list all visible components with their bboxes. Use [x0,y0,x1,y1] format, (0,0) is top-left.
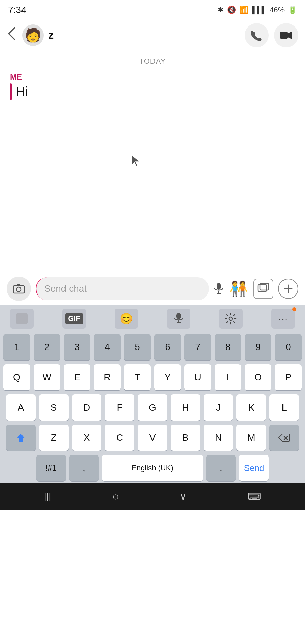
key-j[interactable]: J [204,394,233,421]
key-e[interactable]: E [64,364,91,390]
camera-button[interactable] [7,277,31,301]
nav-home-button[interactable]: ○ [112,490,119,503]
svg-rect-12 [16,313,28,324]
plus-button[interactable] [278,279,298,299]
key-t[interactable]: T [124,364,151,390]
chat-toolbar: 🧑 z [0,20,305,50]
key-z[interactable]: Z [39,425,69,451]
status-icons: ✱ 🔇 📶 ▌▌▌ 46% 🔋 [218,6,297,14]
notification-dot [292,307,296,311]
key-7[interactable]: 7 [184,334,211,360]
keyboard-settings-button[interactable] [219,309,243,329]
video-call-button[interactable] [274,23,298,47]
key-m[interactable]: M [236,425,266,451]
svg-rect-14 [176,313,181,319]
gif-button[interactable]: GIF [62,309,86,329]
spacebar[interactable]: English (UK) [102,455,203,481]
send-button[interactable]: Send [239,455,269,481]
message-bubble: Hi [10,83,295,100]
date-divider: TODAY [10,57,295,66]
key-2[interactable]: 2 [34,334,60,360]
key-3[interactable]: 3 [64,334,91,360]
card-button[interactable] [253,279,273,299]
key-w[interactable]: W [34,364,60,390]
avatar: 🧑 [22,24,44,46]
nav-bar: ||| ○ ∨ ⌨ [0,483,305,510]
sticker-button[interactable]: 🧑‍🤝‍🧑 [228,279,249,299]
key-f[interactable]: F [105,394,134,421]
key-6[interactable]: 6 [154,334,181,360]
nav-recents-button[interactable]: ∨ [180,491,187,502]
key-v[interactable]: V [138,425,167,451]
message-sender: ME [10,72,295,82]
gif-label: GIF [65,313,83,324]
avatar-image: 🧑 [25,27,41,43]
keyboard-toolbar: 😊 GIF 😊 ··· [0,305,305,332]
key-n[interactable]: N [204,425,233,451]
key-p[interactable]: P [275,364,302,390]
chat-input[interactable] [36,277,209,300]
keyboard-more-button[interactable]: ··· [271,309,295,329]
key-row-1: Q W E R T Y U I O P [0,362,305,392]
nav-keyboard-button[interactable]: ⌨ [248,491,261,502]
key-x[interactable]: X [72,425,101,451]
svg-rect-0 [280,32,288,39]
key-o[interactable]: O [245,364,271,390]
key-h[interactable]: H [171,394,200,421]
cursor [131,154,141,168]
period-key[interactable]: . [206,455,236,481]
chat-area: TODAY ME Hi [0,50,305,272]
status-time: 7:34 [8,5,27,15]
key-row-3: Z X C V B N M [0,423,305,453]
contact-name: z [48,29,245,41]
shift-button[interactable] [6,425,36,451]
back-button[interactable] [7,26,17,44]
key-0[interactable]: 0 [275,334,302,360]
comma-key[interactable]: , [69,455,99,481]
svg-point-4 [16,287,21,292]
key-k[interactable]: K [236,394,266,421]
key-1[interactable]: 1 [3,334,30,360]
battery-icon: 🔋 [288,6,297,14]
key-b[interactable]: B [171,425,200,451]
mic-button[interactable] [214,282,224,295]
key-row-2: A S D F G H J K L [0,392,305,423]
key-9[interactable]: 9 [245,334,271,360]
emoji-button[interactable]: 😊 [115,309,138,329]
key-s[interactable]: S [39,394,69,421]
sticker-icon-button[interactable]: 😊 [10,309,34,329]
message-bar [10,83,12,100]
battery-label: 46% [270,6,285,14]
key-i[interactable]: I [215,364,242,390]
message-text: Hi [16,83,28,100]
key-8[interactable]: 8 [215,334,242,360]
nav-back-button[interactable]: ||| [44,491,51,502]
key-c[interactable]: C [105,425,134,451]
backspace-button[interactable] [269,425,299,451]
key-r[interactable]: R [94,364,121,390]
svg-marker-18 [17,434,25,442]
input-row: 🧑‍🤝‍🧑 [0,272,305,305]
signal-icon: ▌▌▌ [252,6,266,14]
call-button[interactable] [245,23,269,47]
number-row: 1 2 3 4 5 6 7 8 9 0 [0,332,305,362]
key-l[interactable]: L [269,394,299,421]
mute-icon: 🔇 [227,6,236,14]
key-5[interactable]: 5 [124,334,151,360]
keyboard-mic-button[interactable] [167,309,190,329]
key-q[interactable]: Q [3,364,30,390]
svg-point-17 [229,317,232,320]
key-g[interactable]: G [138,394,167,421]
key-d[interactable]: D [72,394,101,421]
key-u[interactable]: U [184,364,211,390]
key-y[interactable]: Y [154,364,181,390]
symbols-button[interactable]: !#1 [36,455,66,481]
toolbar-actions [245,23,298,47]
bluetooth-icon: ✱ [218,6,224,14]
keyboard: 😊 GIF 😊 ··· 1 2 3 [0,305,305,483]
wifi-icon: 📶 [239,6,249,14]
svg-rect-5 [217,283,221,290]
status-bar: 7:34 ✱ 🔇 📶 ▌▌▌ 46% 🔋 [0,0,305,20]
key-a[interactable]: A [6,394,36,421]
key-4[interactable]: 4 [94,334,121,360]
